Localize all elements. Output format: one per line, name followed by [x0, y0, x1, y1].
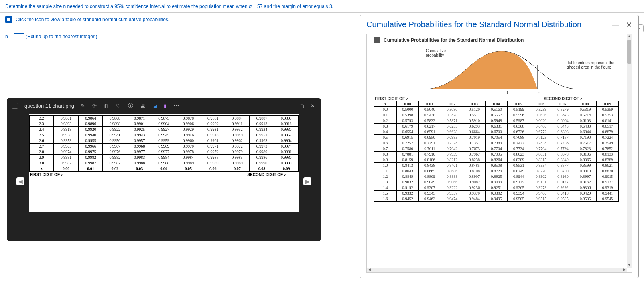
n-hint: (Round up to the nearest integer.) [26, 34, 97, 39]
table-row: 0.90.81590.81860.82120.82380.82640.82890… [374, 157, 619, 163]
table-row: 2.40.99180.99200.99220.99250.99270.99290… [30, 127, 299, 132]
table-row: 0.80.78810.79100.79390.79670.79950.80230… [374, 152, 619, 157]
popup-first-digit-header: FIRST DIGIT OF z [375, 97, 408, 101]
table-row: 1.30.90320.90490.90660.90820.90990.91150… [374, 179, 619, 185]
expand-content-icon[interactable] [374, 37, 380, 43]
popup-vertical-scrollbar[interactable]: ▲ ▼ [627, 34, 632, 268]
table-row: 2.90.99810.99820.99820.99830.99840.99840… [30, 155, 299, 160]
table-row: 1.40.91920.92070.92220.92360.92510.92650… [374, 185, 619, 191]
popup-horizontal-scrollbar[interactable]: ◀ ▶ [367, 268, 627, 272]
delete-icon[interactable]: 🗑 [104, 103, 109, 109]
rotate-icon[interactable]: ⟳ [92, 103, 97, 109]
table-row: 1.10.86430.86650.86860.87080.87290.87490… [374, 168, 619, 174]
table-row: 1.60.94520.94630.94740.94840.94950.95050… [374, 196, 619, 202]
table-row: 0.30.61790.62170.62550.62930.63310.63680… [374, 124, 619, 129]
svg-rect-0 [7, 18, 10, 19]
scroll-down-icon[interactable]: ▼ [627, 263, 632, 268]
curve-tick-zero: 0 [506, 91, 508, 95]
scroll-right-icon[interactable]: ▶ [622, 268, 627, 272]
z-table-popup: Cumulative Probabilities for the Standar… [360, 15, 639, 278]
viewer-next-button[interactable]: ▶ [303, 177, 311, 185]
z-table-full: z0.000.010.020.030.040.050.060.070.080.0… [374, 101, 619, 202]
popup-close-icon[interactable]: ✕ [626, 20, 632, 29]
table-link-icon[interactable] [5, 16, 12, 23]
table-link-text[interactable]: Click the icon to view a table of standa… [16, 17, 169, 22]
table-row: 1.00.84130.84380.84610.84850.85080.85310… [374, 163, 619, 168]
table-row: 2.60.99530.99550.99560.99570.99590.99600… [30, 138, 299, 144]
image-viewer-window: question 11 chart.png ✎ ⟳ 🗑 ♡ ⓘ 🖶 ◢ ▮ ••… [7, 98, 321, 241]
viewer-prev-button[interactable]: ◀ [16, 177, 24, 185]
scroll-left-icon[interactable]: ◀ [367, 268, 372, 272]
table-row: 0.10.53980.54380.54780.55170.55570.55960… [374, 112, 619, 118]
table-row: 2.80.99740.99750.99760.99770.99770.99780… [30, 149, 299, 155]
svg-rect-1 [7, 19, 10, 20]
table-row: 0.00.50000.50400.50800.51200.51600.51990… [374, 107, 619, 112]
popup-title: Cumulative Probabilities for the Standar… [366, 20, 581, 29]
viewer-app-icon [12, 103, 18, 109]
n-input[interactable] [14, 33, 24, 40]
edit-icon[interactable]: ✎ [81, 103, 85, 109]
table-row: 2.30.98930.98960.98980.99010.99040.99060… [30, 121, 299, 127]
folder-icon[interactable]: ▮ [164, 103, 167, 109]
table-row: 0.70.75800.76110.76420.76730.77040.77340… [374, 146, 619, 152]
minimize-icon[interactable]: — [288, 103, 294, 108]
more-icon[interactable]: ••• [174, 103, 179, 109]
table-row: 0.40.65540.65910.66280.66640.67000.67360… [374, 129, 619, 135]
table-row: 0.20.57930.58320.58710.59100.59480.59870… [374, 118, 619, 124]
popup-minimize-icon[interactable]: — [612, 20, 619, 29]
table-row: 2.70.99650.99660.99670.99680.99690.99700… [30, 144, 299, 149]
palette-icon[interactable]: ◢ [153, 103, 157, 109]
table-row: 0.60.72570.72910.73240.73570.73890.74220… [374, 140, 619, 146]
scroll-thumb[interactable] [627, 40, 631, 64]
normal-curve-figure: Cumulative probability Table entries rep… [374, 48, 619, 95]
table-row: 1.20.88490.88690.88880.89070.89250.89440… [374, 174, 619, 179]
viewer-first-digit-header: FIRST DIGIT OF z [30, 172, 63, 177]
curve-tick-z: z [538, 91, 540, 95]
popup-subtitle: Cumulative Probabilities for the Standar… [384, 37, 524, 43]
table-row: 2.50.99380.99400.99410.99430.99450.99460… [30, 132, 299, 138]
close-icon[interactable]: ✕ [311, 103, 316, 108]
maximize-icon[interactable]: ▢ [299, 103, 305, 108]
question-text: Determine the sample size n needed to co… [0, 0, 644, 13]
n-equals-label: n = [5, 34, 12, 39]
heart-icon[interactable]: ♡ [116, 103, 121, 109]
table-row: 3.00.99870.99870.99870.99880.99880.99890… [30, 160, 299, 166]
print-icon[interactable]: 🖶 [140, 103, 146, 109]
viewer-content: 2.20.98610.98640.98680.98710.98750.98780… [29, 114, 299, 212]
z-table-partial: 2.20.98610.98640.98680.98710.98750.98780… [29, 115, 299, 172]
popup-second-digit-header: SECOND DIGIT OF z [544, 97, 582, 101]
table-row: 2.20.98610.98640.98680.98710.98750.98780… [30, 116, 299, 121]
bell-curve-icon [418, 49, 585, 89]
info-icon[interactable]: ⓘ [128, 102, 133, 109]
viewer-filename: question 11 chart.png [24, 103, 74, 109]
svg-rect-2 [7, 20, 10, 21]
scroll-up-icon[interactable]: ▲ [627, 34, 632, 39]
table-row: 1.50.93320.93450.93570.93700.93820.93940… [374, 191, 619, 196]
table-row: 0.50.69150.69500.69850.70190.70540.70880… [374, 135, 619, 140]
viewer-second-digit-header: SECOND DIGIT OF z [247, 172, 286, 177]
